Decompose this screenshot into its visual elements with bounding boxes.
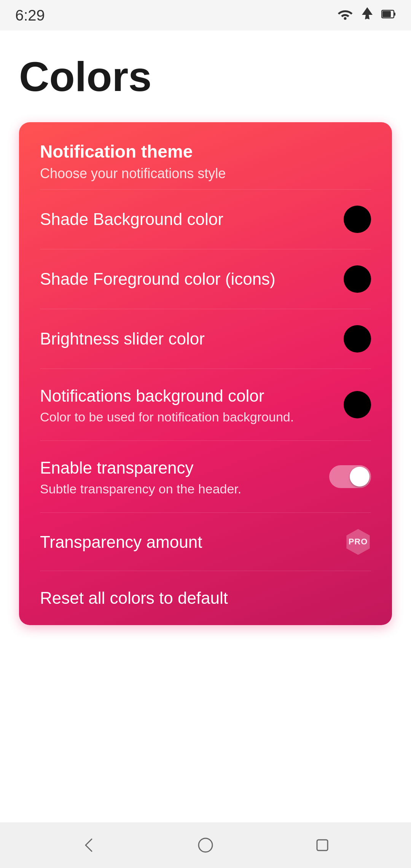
pro-badge-control: PRO: [345, 529, 371, 555]
status-icons: [337, 6, 396, 24]
settings-item-reset[interactable]: Reset all colors to default: [19, 571, 392, 625]
pro-badge-text: PRO: [349, 537, 368, 547]
settings-item-shade-bg-color[interactable]: Shade Background color: [19, 190, 392, 249]
battery-icon: [381, 8, 396, 22]
brightness-color-control[interactable]: [344, 325, 371, 353]
settings-item-brightness-color[interactable]: Brightness slider color: [19, 309, 392, 369]
svg-rect-2: [382, 11, 391, 17]
toggle-thumb: [350, 467, 370, 487]
shade-fg-color-circle[interactable]: [344, 265, 371, 293]
recent-button[interactable]: [312, 834, 333, 856]
brightness-color-circle[interactable]: [344, 325, 371, 353]
settings-item-transparency[interactable]: Enable transparency Subtle transparency …: [19, 441, 392, 512]
wifi-icon: [337, 7, 353, 23]
shade-fg-color-control[interactable]: [344, 265, 371, 293]
status-time: 6:29: [15, 7, 45, 24]
svg-point-3: [199, 838, 212, 852]
shade-bg-color-title: Shade Background color: [40, 208, 332, 230]
notif-bg-color-subtitle: Color to be used for notification backgr…: [40, 410, 332, 424]
notif-bg-color-circle[interactable]: [344, 391, 371, 418]
settings-item-notif-bg-color[interactable]: Notifications background color Color to …: [19, 369, 392, 440]
toggle-container[interactable]: [329, 465, 371, 488]
home-button[interactable]: [195, 834, 216, 856]
status-bar: 6:29: [0, 0, 411, 30]
transparency-title: Enable transparency: [40, 457, 318, 479]
reset-title: Reset all colors to default: [40, 587, 371, 609]
settings-item-shade-fg-color[interactable]: Shade Foreground color (icons): [19, 249, 392, 309]
shade-fg-color-title: Shade Foreground color (icons): [40, 268, 332, 290]
page-title: Colors: [19, 53, 392, 99]
notif-bg-color-control[interactable]: [344, 391, 371, 418]
transparency-toggle[interactable]: [329, 465, 371, 488]
transparency-amount-title: Transparency amount: [40, 531, 334, 553]
pro-badge: PRO: [345, 529, 371, 555]
airplane-icon: [360, 6, 374, 24]
section-subtitle: Choose your notifications style: [40, 166, 371, 182]
shade-bg-color-circle[interactable]: [344, 206, 371, 233]
settings-item-transparency-amount[interactable]: Transparency amount PRO: [19, 513, 392, 571]
svg-rect-1: [394, 13, 395, 16]
settings-card: Notification theme Choose your notificat…: [19, 122, 392, 625]
section-title: Notification theme: [40, 141, 371, 162]
transparency-subtitle: Subtle transparency on the header.: [40, 482, 318, 496]
notif-bg-color-title: Notifications background color: [40, 385, 332, 407]
shade-bg-color-control[interactable]: [344, 206, 371, 233]
page-content: Colors Notification theme Choose your no…: [0, 30, 411, 822]
nav-bar: [0, 822, 411, 868]
svg-rect-4: [317, 840, 328, 850]
section-header: Notification theme Choose your notificat…: [19, 122, 392, 189]
back-button[interactable]: [78, 834, 99, 856]
brightness-color-title: Brightness slider color: [40, 328, 332, 349]
